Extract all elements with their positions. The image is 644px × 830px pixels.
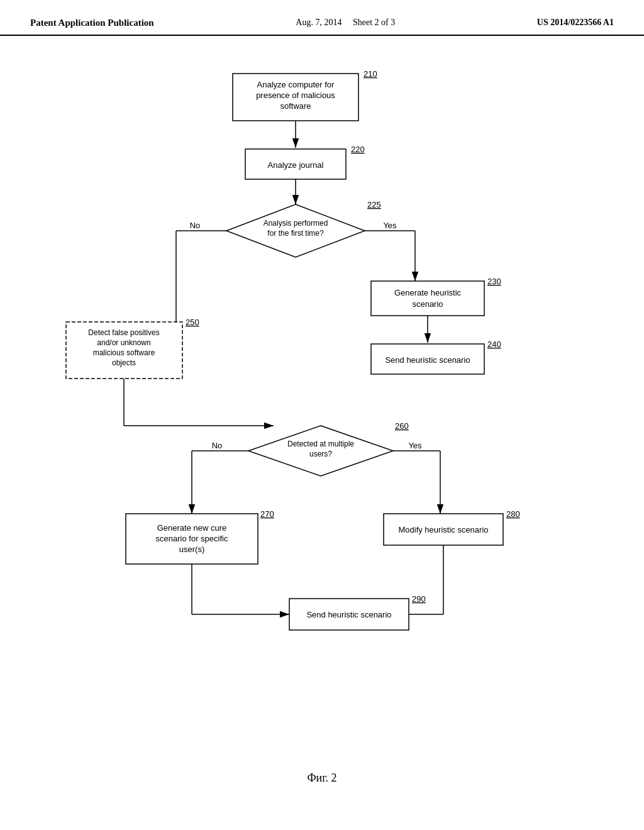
figure-caption: Фиг. 2 <box>0 765 644 797</box>
svg-text:Send heuristic scenario: Send heuristic scenario <box>385 355 470 365</box>
svg-text:scenario: scenario <box>412 299 443 309</box>
patent-number: US 2014/0223566 A1 <box>537 18 614 28</box>
sheet-info: Sheet 2 of 3 <box>353 18 395 27</box>
svg-text:user(s): user(s) <box>179 545 204 554</box>
svg-text:objects: objects <box>112 358 136 367</box>
node-230 <box>371 281 484 316</box>
svg-text:Yes: Yes <box>408 441 422 450</box>
publication-date: Aug. 7, 2014 <box>296 18 341 27</box>
svg-text:scenario for specific: scenario for specific <box>156 534 228 543</box>
svg-text:Analysis performed: Analysis performed <box>264 219 328 228</box>
svg-text:Analyze computer for: Analyze computer for <box>257 80 335 89</box>
figure-label: Фиг. 2 <box>307 772 336 784</box>
svg-text:No: No <box>212 441 223 450</box>
svg-text:malicious software: malicious software <box>93 348 155 357</box>
svg-text:220: 220 <box>351 145 365 154</box>
svg-text:Yes: Yes <box>383 221 397 230</box>
svg-text:290: 290 <box>412 594 426 604</box>
header-date-sheet: Aug. 7, 2014 Sheet 2 of 3 <box>296 18 395 28</box>
svg-text:Detect false positives: Detect false positives <box>88 328 159 337</box>
svg-text:Send heuristic scenario: Send heuristic scenario <box>306 610 391 619</box>
svg-text:225: 225 <box>367 200 381 209</box>
svg-text:250: 250 <box>186 318 199 327</box>
svg-text:Generate new cure: Generate new cure <box>157 523 227 533</box>
svg-text:users?: users? <box>309 450 332 458</box>
flowchart-diagram: Analyze computer for presence of malicio… <box>0 36 644 765</box>
publication-title: Patent Application Publication <box>30 18 154 28</box>
svg-text:presence of malicious: presence of malicious <box>256 91 335 100</box>
svg-text:Detected at multiple: Detected at multiple <box>287 440 354 448</box>
svg-text:260: 260 <box>395 421 409 431</box>
svg-text:230: 230 <box>487 277 501 286</box>
svg-text:for the first time?: for the first time? <box>267 229 324 238</box>
svg-text:No: No <box>190 221 201 230</box>
svg-text:Modify heuristic scenario: Modify heuristic scenario <box>398 525 488 534</box>
svg-text:280: 280 <box>506 509 520 519</box>
svg-text:Generate heuristic: Generate heuristic <box>394 288 462 297</box>
svg-text:270: 270 <box>260 509 274 519</box>
svg-text:and/or unknown: and/or unknown <box>97 338 150 347</box>
svg-text:Analyze journal: Analyze journal <box>268 160 324 170</box>
svg-text:240: 240 <box>487 340 501 349</box>
page-header: Patent Application Publication Aug. 7, 2… <box>0 0 644 36</box>
svg-text:210: 210 <box>364 69 377 79</box>
svg-text:software: software <box>280 101 311 111</box>
